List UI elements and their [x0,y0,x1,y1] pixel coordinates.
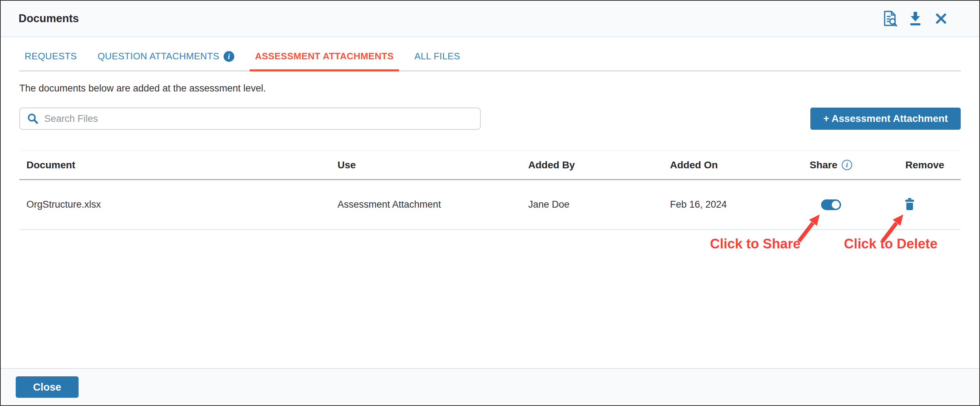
tab-label: ALL FILES [414,51,460,62]
page-title: Documents [19,12,79,25]
search-box [19,107,481,130]
info-icon: i [224,51,234,62]
toggle-knob [832,201,840,209]
tab-description: The documents below are added at the ass… [19,83,961,94]
trash-icon[interactable] [904,198,915,212]
remove-cell [902,198,961,212]
column-header-use: Use [330,160,521,171]
tab-question-attachments[interactable]: QUESTION ATTACHMENTS i [92,51,240,70]
table-row: OrgStructure.xlsx Assessment Attachment … [19,180,961,230]
column-header-share-label: Share [810,160,837,171]
add-assessment-attachment-button[interactable]: + Assessment Attachment [810,107,961,130]
tab-label: REQUESTS [25,51,77,62]
document-use: Assessment Attachment [330,199,521,210]
document-name: OrgStructure.xlsx [19,199,330,210]
click-to-delete-annotation: Click to Delete [844,237,937,252]
documents-table: Document Use Added By Added On Share i R… [19,150,961,230]
share-toggle[interactable] [821,200,841,210]
search-input[interactable] [44,113,473,125]
column-header-document: Document [19,160,330,171]
column-header-added-on: Added On [663,160,802,171]
header-actions [881,10,949,27]
documents-modal: Documents [0,0,980,406]
column-header-remove: Remove [902,160,961,171]
search-toolbar: + Assessment Attachment [19,107,961,130]
column-header-added-by: Added By [521,160,663,171]
modal-footer: Close [1,368,979,405]
tab-bar: REQUESTS QUESTION ATTACHMENTS i ASSESSME… [19,37,961,72]
tab-all-files[interactable]: ALL FILES [409,51,465,70]
document-added-on: Feb 16, 2024 [663,199,802,210]
search-icon [27,113,38,125]
tab-label: QUESTION ATTACHMENTS [97,51,219,62]
table-header-row: Document Use Added By Added On Share i R… [19,151,961,180]
share-info-icon[interactable]: i [842,160,852,170]
modal-header: Documents [1,1,979,37]
document-added-by: Jane Doe [521,199,663,210]
share-cell [802,200,902,210]
tab-assessment-attachments[interactable]: ASSESSMENT ATTACHMENTS [250,51,399,70]
column-header-share: Share i [802,160,902,171]
preview-document-icon[interactable] [881,10,898,27]
click-to-share-annotation: Click to Share [710,237,800,252]
download-icon[interactable] [907,10,924,27]
close-icon[interactable] [933,10,949,27]
tab-requests[interactable]: REQUESTS [19,51,82,70]
close-button[interactable]: Close [16,376,79,398]
tab-label: ASSESSMENT ATTACHMENTS [255,51,394,62]
